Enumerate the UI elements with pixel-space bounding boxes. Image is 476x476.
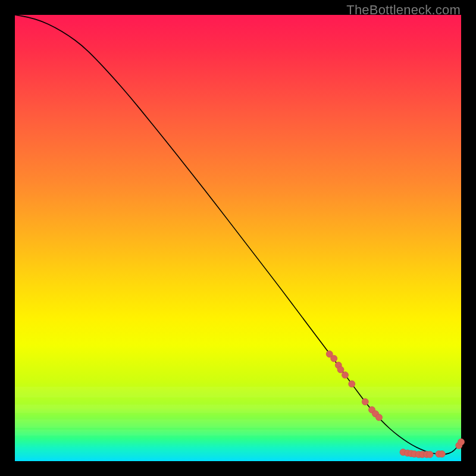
data-point — [362, 399, 368, 405]
data-point — [458, 439, 465, 445]
data-point — [331, 355, 337, 362]
chart-markers — [326, 351, 464, 458]
data-point — [439, 451, 445, 458]
chart-curve — [15, 15, 461, 455]
data-point — [376, 414, 383, 421]
data-point — [337, 367, 344, 373]
chart-stage: TheBottleneck.com — [0, 0, 476, 476]
chart-overlay — [15, 15, 461, 461]
data-point — [427, 451, 433, 458]
data-point — [349, 381, 355, 387]
data-point — [342, 372, 349, 378]
